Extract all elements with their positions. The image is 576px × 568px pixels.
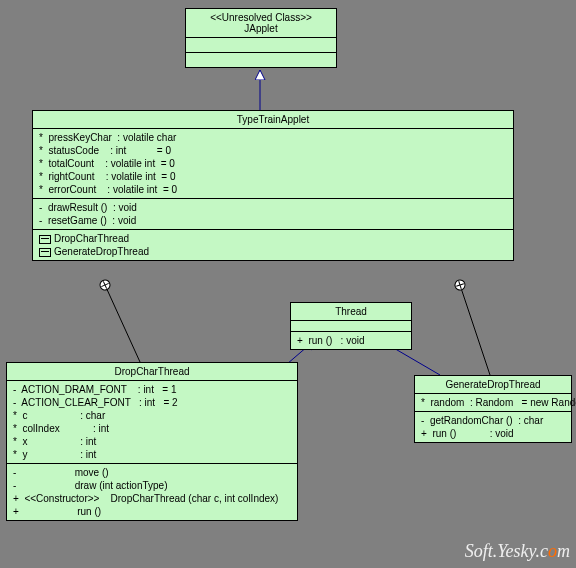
class-typetrainapplet: TypeTrainApplet * pressKeyChar : volatil…	[32, 110, 514, 261]
operations: - getRandomChar () : char + run () : voi…	[415, 411, 571, 442]
svg-line-6	[105, 285, 140, 362]
class-icon	[39, 235, 51, 244]
operations: - move () - draw (int actionType) + <<Co…	[7, 463, 297, 520]
class-name: DropCharThread	[7, 363, 297, 380]
operations: + run () : void	[291, 331, 411, 349]
op-row: - getRandomChar () : char	[419, 414, 567, 427]
attributes: - ACTION_DRAM_FONT : int = 1 - ACTION_CL…	[7, 380, 297, 463]
attr-row: - ACTION_DRAM_FONT : int = 1	[11, 383, 293, 396]
op-row: - move ()	[11, 466, 293, 479]
attr-row: * errorCount : volatile int = 0	[37, 183, 509, 196]
class-icon	[39, 248, 51, 257]
stereotype: <<Unresolved Class>>	[190, 12, 332, 23]
attr-row: * statusCode : int = 0	[37, 144, 509, 157]
class-name: TypeTrainApplet	[33, 111, 513, 128]
op-row: + run () : void	[295, 334, 407, 347]
attr-row: * c : char	[11, 409, 293, 422]
class-generatedropthread: GenerateDropThread * random : Random = n…	[414, 375, 572, 443]
class-thread: Thread + run () : void	[290, 302, 412, 350]
op-row: + run () : void	[419, 427, 567, 440]
attr-row: * x : int	[11, 435, 293, 448]
attr-row: * colIndex : int	[11, 422, 293, 435]
op-row: - resetGame () : void	[37, 214, 509, 227]
attr-row: - ACTION_CLEAR_FONT : int = 2	[11, 396, 293, 409]
class-dropcharthread: DropCharThread - ACTION_DRAM_FONT : int …	[6, 362, 298, 521]
op-row: + <<Constructor>> DropCharThread (char c…	[11, 492, 293, 505]
op-row: - draw (int actionType)	[11, 479, 293, 492]
attr-row: * y : int	[11, 448, 293, 461]
watermark: Soft.Yesky.com	[465, 541, 570, 562]
attr-row: * pressKeyChar : volatile char	[37, 131, 509, 144]
class-title: <<Unresolved Class>> JApplet	[186, 9, 336, 37]
op-row: + run ()	[11, 505, 293, 518]
class-name: JApplet	[190, 23, 332, 34]
attr-row: * totalCount : volatile int = 0	[37, 157, 509, 170]
nested-item: DropCharThread	[37, 232, 509, 245]
class-japplet: <<Unresolved Class>> JApplet	[185, 8, 337, 68]
attributes: * pressKeyChar : volatile char * statusC…	[33, 128, 513, 198]
nested-item: GenerateDropThread	[37, 245, 509, 258]
class-name: Thread	[291, 303, 411, 320]
attr-row: * random : Random = new Random()	[419, 396, 567, 409]
class-name: GenerateDropThread	[415, 376, 571, 393]
nested-classes: DropCharThread GenerateDropThread	[33, 229, 513, 260]
op-row: - drawResult () : void	[37, 201, 509, 214]
attributes: * random : Random = new Random()	[415, 393, 571, 411]
svg-line-7	[460, 285, 490, 375]
operations: - drawResult () : void - resetGame () : …	[33, 198, 513, 229]
attr-row: * rightCount : volatile int = 0	[37, 170, 509, 183]
